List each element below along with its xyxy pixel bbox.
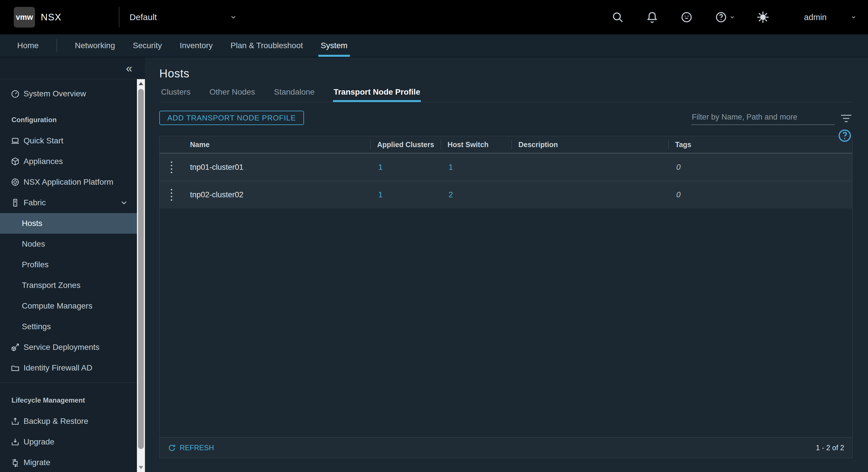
host-switch-link[interactable]: 1 [448,163,453,172]
collapse-sidebar-icon[interactable]: « [126,63,132,74]
sidebar-item-profiles[interactable]: Profiles [0,255,137,275]
row-actions-kebab-icon[interactable] [168,186,175,204]
server-icon [10,198,20,208]
cell-name: tnp02-cluster02 [183,181,370,208]
cell-applied-clusters: 1 [370,154,441,181]
help-menu[interactable] [714,11,735,24]
column-header-host-switch: Host Switch [441,136,512,153]
chevron-down-icon [120,198,128,207]
cell-tags: 0 [668,181,852,208]
notifications-bell-icon[interactable] [646,11,659,24]
filter-icon[interactable] [840,113,852,125]
filter-input[interactable] [691,111,835,125]
vmware-logo-icon: vmw [14,7,35,28]
search-icon[interactable] [611,11,624,24]
sidebar-item-label: NSX Application Platform [24,177,113,187]
sidebar-item-compute-managers[interactable]: Compute Managers [0,296,137,316]
nav-item-home[interactable]: Home [17,34,39,57]
toolbar: ADD TRANSPORT NODE PROFILE [159,111,852,125]
column-header-applied-clusters: Applied Clusters [370,136,441,153]
column-header-name: Name [183,136,370,153]
tab-other-nodes[interactable]: Other Nodes [209,88,256,102]
table-header-row: Name Applied Clusters Host Switch Descri… [160,136,852,154]
applied-clusters-link[interactable]: 1 [378,191,383,199]
sidebar-item-identity-firewall-ad[interactable]: Identity Firewall AD [0,358,137,378]
user-menu[interactable]: admin [804,12,857,22]
backup-upload-icon [10,416,20,426]
nav-item-inventory[interactable]: Inventory [180,34,213,57]
shell: « System Overview Configuration [0,57,868,472]
nav-item-networking[interactable]: Networking [75,34,115,57]
sidebar-item-nsx-application-platform[interactable]: NSX Application Platform [0,172,137,193]
sidebar-item-service-deployments[interactable]: Service Deployments [0,337,137,358]
tab-clusters[interactable]: Clusters [160,88,191,102]
sidebar-item-nodes[interactable]: Nodes [0,234,137,255]
topbar-divider [119,7,119,28]
cell-description [512,181,668,208]
sidebar-menu: System Overview Configuration Quick Star… [0,79,137,472]
column-header-description: Description [512,136,668,153]
tags-count: 0 [676,163,681,172]
nsx-app: vmw NSX Default [0,0,868,472]
sidebar-collapse-bar: « [0,57,145,79]
cell-tags: 0 [668,154,852,181]
sidebar-item-label: Backup & Restore [24,417,88,426]
sidebar-item-label: Upgrade [24,437,54,446]
cell-name: tnp01-cluster01 [183,154,370,181]
upgrade-download-icon [10,437,20,447]
migrate-icon [10,458,20,467]
sidebar-item-quick-start[interactable]: Quick Start [0,131,137,151]
theme-sun-icon[interactable] [756,11,770,24]
sidebar-item-backup-restore[interactable]: Backup & Restore [0,411,137,432]
transport-node-profile-table: Name Applied Clusters Host Switch Descri… [159,136,852,458]
applied-clusters-link[interactable]: 1 [378,163,383,172]
refresh-button[interactable]: REFRESH [167,444,214,452]
sidebar-item-label: Nodes [22,239,45,248]
sidebar-item-settings[interactable]: Settings [0,316,137,337]
nav-divider [57,39,57,52]
add-transport-node-profile-button[interactable]: ADD TRANSPORT NODE PROFILE [159,111,304,125]
org-selector-dropdown[interactable]: Default [129,12,237,22]
nav-item-system[interactable]: System [321,34,347,57]
sidebar-item-label: Compute Managers [22,301,92,310]
sidebar-item-upgrade[interactable]: Upgrade [0,432,137,452]
table-row[interactable]: tnp01-cluster01 1 1 0 [160,154,852,181]
sidebar-item-appliances[interactable]: Appliances [0,151,137,172]
chevron-down-icon [851,14,857,20]
filter-group [691,111,852,125]
sidebar-item-label: System Overview [24,89,86,98]
sidebar-item-hosts[interactable]: Hosts [0,213,137,234]
sidebar-item-system-overview[interactable]: System Overview [0,83,137,104]
nav-item-security[interactable]: Security [133,34,162,57]
row-actions-kebab-icon[interactable] [168,159,175,176]
table-row[interactable]: tnp02-cluster02 1 2 0 [160,181,852,208]
tab-transport-node-profile[interactable]: Transport Node Profile [333,88,421,102]
nav-item-plan-troubleshoot[interactable]: Plan & Troubleshoot [230,34,303,57]
folder-icon [10,363,20,373]
cell-applied-clusters: 1 [370,181,441,208]
sidebar-item-transport-zones[interactable]: Transport Zones [0,275,137,296]
laptop-icon [10,136,20,146]
sidebar-item-label: Quick Start [24,136,63,145]
sidebar-item-label: Appliances [24,157,63,166]
scrollbar-thumb[interactable] [138,89,144,449]
cube-icon [10,157,20,166]
page-tabs: Clusters Other Nodes Standalone Transpor… [159,88,852,102]
sidebar-section-configuration: Configuration [0,113,137,127]
scroll-up-arrow-icon[interactable] [138,82,143,85]
sidebar-section-lifecycle-management: Lifecycle Management [0,393,137,407]
scroll-down-arrow-icon[interactable] [138,466,143,469]
column-header-tags: Tags [668,136,852,153]
sidebar: « System Overview Configuration [0,57,145,472]
row-actions-column [160,136,183,153]
help-icon [714,11,727,24]
sidebar-scrollbar[interactable] [137,79,145,472]
host-switch-link[interactable]: 2 [448,191,453,199]
sidebar-item-migrate[interactable]: Migrate [0,452,137,472]
sidebar-item-label: Fabric [24,198,46,207]
feedback-smiley-icon[interactable] [680,11,693,24]
sidebar-item-fabric[interactable]: Fabric [0,193,137,213]
tab-standalone[interactable]: Standalone [273,88,315,102]
chevron-down-icon [730,14,735,20]
product-name: NSX [41,12,61,23]
